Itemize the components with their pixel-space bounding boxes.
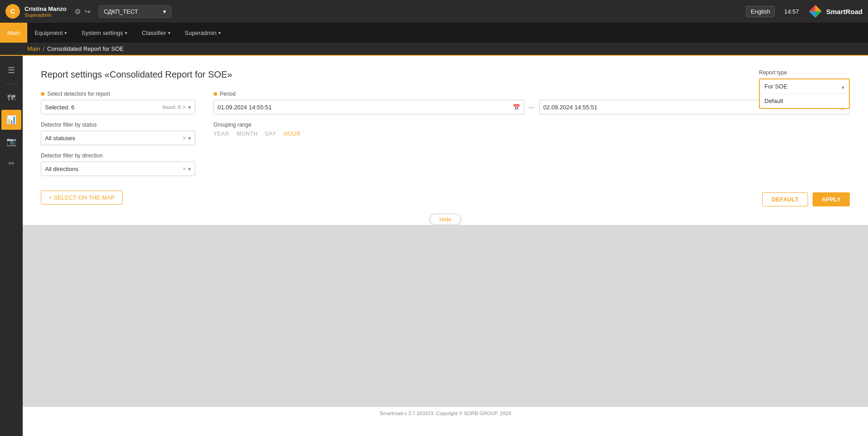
user-avatar: C (5, 4, 20, 19)
hide-button[interactable]: Hide (430, 214, 461, 225)
nav-bar: Main Equipment ▾ System settings ▾ Class… (0, 23, 868, 43)
sidebar-item-reports[interactable]: 📊 (1, 110, 21, 130)
direction-field-group: Detector filter by direction All directi… (41, 152, 195, 176)
chevron-down-icon: ▾ (163, 8, 166, 15)
status-field-group: Detector filter by status All statuses ×… (41, 122, 195, 145)
chevron-down-icon: ▾ (218, 30, 221, 35)
direction-value: All directions (45, 166, 183, 172)
chevron-down-icon: ▾ (125, 30, 127, 35)
header-icons: ⚙ ↪ (74, 7, 90, 16)
report-type-option-default[interactable]: Default (760, 93, 849, 108)
exit-icon[interactable]: ↪ (84, 7, 90, 16)
sidebar: ☰ 🗺 📊 📷 ⚯ (0, 56, 23, 436)
chevron-up-icon: ▴ (842, 83, 844, 90)
reports-icon: 📊 (6, 115, 16, 125)
date-from-field[interactable]: 01.09.2024 14:55:51 📅 (213, 100, 524, 114)
footer: Smartroad v 3.7.103323. Copyright © SORB… (23, 407, 868, 420)
settings-grid: Select detectors for report Selected: 6 … (41, 91, 850, 183)
camera-icon: 📷 (6, 137, 16, 147)
direction-selector[interactable]: All directions × ▾ (41, 162, 195, 176)
breadcrumb-separator: / (43, 45, 45, 52)
detectors-field-group: Select detectors for report Selected: 6 … (41, 91, 195, 114)
chevron-down-icon: ▾ (168, 30, 170, 35)
nav-item-equipment[interactable]: Equipment ▾ (27, 23, 74, 43)
project-selector[interactable]: СДКП_ТЕСТ ▾ (99, 5, 171, 18)
bottom-actions: DEFAULT APPLY (762, 192, 850, 206)
breadcrumb: Main / Consolidated Report for SOE (0, 43, 868, 56)
sidebar-item-menu[interactable]: ☰ (1, 60, 21, 80)
sidebar-item-map[interactable]: 🗺 (1, 88, 21, 108)
grouping-month[interactable]: MONTH (237, 131, 258, 137)
found-badge: found: 8 (163, 104, 181, 110)
detectors-value: Selected: 6 (45, 104, 163, 111)
user-role: Superadmin (25, 12, 66, 18)
settings-icon[interactable]: ⚙ (74, 7, 81, 16)
status-value: All statuses (45, 135, 183, 142)
nav-item-main[interactable]: Main (0, 23, 27, 43)
report-type-header[interactable]: For SOE ▴ (760, 79, 849, 93)
detectors-selector[interactable]: Selected: 6 found: 8 × ▾ (41, 100, 195, 114)
main-layout: ☰ 🗺 📊 📷 ⚯ Report settings «Consolidated … (0, 56, 868, 436)
network-icon: ⚯ (9, 160, 14, 167)
calendar-icon[interactable]: 📅 (513, 104, 520, 111)
detectors-label: Select detectors for report (41, 91, 195, 97)
grouping-section: Grouping range YEAR MONTH DAY HOUR (213, 122, 850, 137)
settings-left: Select detectors for report Selected: 6 … (41, 91, 195, 183)
hide-btn-container: Hide (23, 214, 868, 225)
chevron-down-icon[interactable]: ▾ (188, 135, 191, 142)
report-type-dropdown: For SOE ▴ Default (759, 78, 850, 109)
svg-marker-2 (815, 11, 822, 18)
sidebar-item-camera[interactable]: 📷 (1, 132, 21, 152)
brand-name: SmartRoad (826, 8, 863, 15)
brand-logo: SmartRoad (808, 4, 863, 19)
clear-status-button[interactable]: × (183, 134, 186, 142)
apply-button[interactable]: APPLY (813, 192, 850, 206)
user-name: Cristina Manzo (25, 5, 66, 12)
brand-icon (808, 4, 823, 19)
status-selector[interactable]: All statuses × ▾ (41, 131, 195, 145)
page-title: Report settings «Consolidated Report for… (41, 69, 850, 80)
map-area (23, 225, 868, 407)
breadcrumb-root[interactable]: Main (27, 45, 40, 52)
direction-label: Detector filter by direction (41, 152, 195, 159)
svg-marker-3 (809, 11, 815, 18)
grouping-label: Grouping range (213, 122, 850, 128)
report-type-selected: For SOE (764, 83, 842, 90)
hamburger-icon: ☰ (8, 65, 15, 75)
report-settings: Report settings «Consolidated Report for… (23, 56, 868, 214)
chevron-down-icon[interactable]: ▾ (188, 104, 191, 111)
content-area: Report settings «Consolidated Report for… (23, 56, 868, 436)
settings-right: Period 01.09.2024 14:55:51 📅 — 02.09.202… (213, 91, 850, 183)
map-icon: 🗺 (7, 93, 15, 103)
language-selector[interactable]: English (746, 6, 775, 17)
period-label: Period (213, 91, 850, 97)
grouping-hour[interactable]: HOUR (283, 131, 300, 137)
nav-item-superadmin[interactable]: Superadmin ▾ (178, 23, 228, 43)
chevron-down-icon: ▾ (64, 30, 67, 35)
breadcrumb-current: Consolidated Report for SOE (47, 45, 124, 52)
period-row: 01.09.2024 14:55:51 📅 — 02.09.2024 14:55… (213, 100, 850, 114)
select-on-map-button[interactable]: + SELECT ON THE MAP (41, 191, 123, 205)
sidebar-divider (5, 84, 18, 84)
svg-marker-1 (815, 5, 822, 11)
chevron-down-icon[interactable]: ▾ (188, 166, 191, 172)
grouping-day[interactable]: DAY (265, 131, 276, 137)
nav-item-system-settings[interactable]: System settings ▾ (74, 23, 134, 43)
required-dot (213, 92, 217, 96)
sidebar-item-network[interactable]: ⚯ (1, 153, 21, 173)
grouping-options: YEAR MONTH DAY HOUR (213, 131, 850, 137)
period-dash: — (529, 104, 535, 111)
project-name: СДКП_ТЕСТ (104, 8, 159, 15)
clear-detectors-button[interactable]: × (183, 103, 186, 111)
grouping-year[interactable]: YEAR (213, 131, 229, 137)
footer-text: Smartroad v 3.7.103323. Copyright © SORB… (380, 411, 511, 416)
report-type-label: Report type (759, 69, 850, 76)
nav-item-classifier[interactable]: Classifier ▾ (134, 23, 177, 43)
header-time: 14:57 (784, 8, 799, 15)
period-field-group: Period 01.09.2024 14:55:51 📅 — 02.09.202… (213, 91, 850, 114)
status-label: Detector filter by status (41, 122, 195, 128)
clear-direction-button[interactable]: × (183, 165, 186, 172)
report-type-panel: Report type For SOE ▴ Default (759, 69, 850, 109)
default-button[interactable]: DEFAULT (762, 192, 808, 206)
required-dot (41, 92, 45, 96)
